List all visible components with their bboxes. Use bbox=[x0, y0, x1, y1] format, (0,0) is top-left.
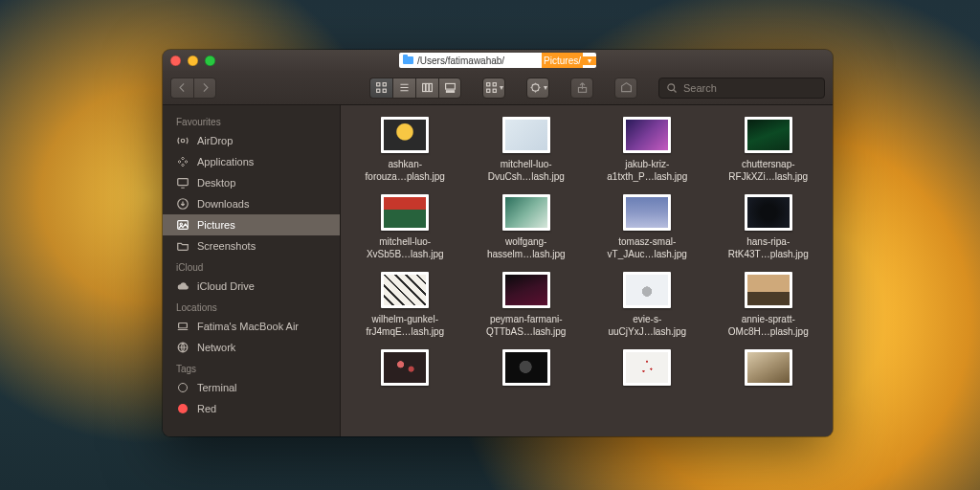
file-item[interactable]: chuttersnap-RFJkXZi…lash.jpg bbox=[708, 113, 830, 189]
folder-icon bbox=[176, 239, 189, 253]
thumbnail-icon bbox=[502, 117, 550, 153]
file-item[interactable] bbox=[587, 345, 708, 397]
file-label: mitchell-luo-DvuCsh…lash.jpg bbox=[488, 159, 565, 183]
search-field[interactable] bbox=[658, 78, 825, 99]
downloads-icon bbox=[176, 197, 189, 211]
finder-window: /Users/fatimawahab/ Pictures/ ▾ ▾ ▾ bbox=[163, 50, 833, 436]
sidebar-item-label: Fatima's MacBook Air bbox=[197, 321, 299, 332]
tags-button[interactable] bbox=[614, 78, 637, 99]
sidebar-item-label: Downloads bbox=[197, 198, 249, 210]
path-current: Pictures/ bbox=[542, 53, 583, 68]
file-label: annie-spratt-OMc8H…plash.jpg bbox=[728, 314, 809, 338]
svg-rect-8 bbox=[446, 91, 448, 93]
file-item[interactable]: ashkan-forouza…plash.jpg bbox=[345, 113, 466, 189]
sidebar-item-terminal[interactable]: Terminal bbox=[163, 377, 340, 398]
sidebar-item-downloads[interactable]: Downloads bbox=[163, 193, 340, 214]
sidebar-item-label: Screenshots bbox=[197, 240, 256, 252]
sidebar-item-label: Red bbox=[197, 403, 216, 414]
sidebar-item-applications[interactable]: Applications bbox=[163, 151, 340, 172]
pictures-icon bbox=[176, 218, 189, 232]
file-item[interactable]: wolfgang-hasselm…lash.jpg bbox=[466, 190, 588, 266]
view-columns-button[interactable] bbox=[415, 78, 438, 99]
file-item[interactable]: tomasz-smal-vT_JAuc…lash.jpg bbox=[587, 190, 708, 266]
window-controls bbox=[170, 56, 215, 66]
sidebar-item-airdrop[interactable]: AirDrop bbox=[163, 130, 340, 151]
content-area[interactable]: ashkan-forouza…plash.jpgmitchell-luo-Dvu… bbox=[341, 105, 833, 436]
file-item[interactable]: wilhelm-gunkel-frJ4mqE…lash.jpg bbox=[345, 268, 466, 344]
file-item[interactable]: evie-s-uuCjYxJ…lash.jpg bbox=[587, 268, 708, 344]
svg-rect-13 bbox=[486, 89, 489, 92]
folder-icon bbox=[399, 56, 416, 64]
sidebar-item-label: Pictures bbox=[197, 219, 235, 231]
close-icon[interactable] bbox=[170, 56, 181, 66]
desktop-icon bbox=[176, 176, 189, 189]
svg-rect-11 bbox=[486, 83, 489, 86]
view-icons-button[interactable] bbox=[369, 78, 392, 99]
thumbnail-icon bbox=[745, 194, 792, 231]
chevron-down-icon[interactable]: ▾ bbox=[583, 56, 596, 65]
svg-rect-10 bbox=[452, 91, 454, 93]
file-label: ashkan-forouza…plash.jpg bbox=[366, 159, 445, 183]
sidebar-item-icloud-drive[interactable]: iCloud Drive bbox=[163, 276, 340, 297]
file-label: hans-ripa-RtK43T…plash.jpg bbox=[728, 236, 809, 260]
group-by-button[interactable]: ▾ bbox=[482, 78, 505, 99]
path-bar[interactable]: /Users/fatimawahab/ Pictures/ ▾ bbox=[399, 53, 596, 68]
file-item[interactable]: mitchell-luo-DvuCsh…lash.jpg bbox=[466, 113, 588, 189]
sidebar-item-desktop[interactable]: Desktop bbox=[163, 172, 340, 193]
zoom-icon[interactable] bbox=[205, 56, 215, 66]
apps-icon bbox=[176, 155, 189, 168]
globe-icon bbox=[176, 341, 189, 354]
file-item[interactable] bbox=[708, 345, 830, 397]
thumbnail-icon bbox=[623, 194, 671, 231]
svg-rect-1 bbox=[383, 83, 386, 86]
thumbnail-icon bbox=[502, 272, 550, 308]
svg-rect-12 bbox=[493, 83, 496, 86]
file-item[interactable]: mitchell-luo-XvSb5B…lash.jpg bbox=[345, 190, 466, 266]
file-item[interactable]: peyman-farmani-QTTbAS…lash.jpg bbox=[466, 268, 588, 344]
titlebar: /Users/fatimawahab/ Pictures/ ▾ bbox=[163, 50, 833, 71]
svg-rect-4 bbox=[423, 83, 426, 91]
file-label: mitchell-luo-XvSb5B…lash.jpg bbox=[367, 236, 444, 260]
file-label: jakub-kriz-a1txth_P…lash.jpg bbox=[607, 159, 687, 183]
file-label: wilhelm-gunkel-frJ4mqE…lash.jpg bbox=[366, 314, 444, 338]
sidebar-item-label: iCloud Drive bbox=[197, 280, 255, 292]
thumbnail-icon bbox=[745, 117, 792, 153]
view-list-button[interactable] bbox=[392, 78, 415, 99]
sidebar-heading: Favourites bbox=[163, 111, 340, 130]
sidebar-heading: iCloud bbox=[163, 256, 340, 276]
svg-rect-19 bbox=[178, 179, 189, 186]
sidebar-item-red[interactable]: Red bbox=[163, 398, 340, 419]
file-item[interactable]: jakub-kriz-a1txth_P…lash.jpg bbox=[587, 113, 708, 189]
search-input[interactable] bbox=[683, 82, 817, 94]
file-item[interactable] bbox=[466, 345, 588, 397]
sidebar-item-screenshots[interactable]: Screenshots bbox=[163, 235, 340, 256]
toolbar: ▾ ▾ bbox=[163, 71, 833, 105]
thumbnail-icon bbox=[623, 349, 671, 386]
back-button[interactable] bbox=[170, 78, 193, 99]
file-label: wolfgang-hasselm…lash.jpg bbox=[487, 236, 566, 260]
thumbnail-icon bbox=[623, 272, 671, 308]
file-item[interactable]: hans-ripa-RtK43T…plash.jpg bbox=[708, 190, 830, 266]
sidebar-item-fatima-s-macbook-air[interactable]: Fatima's MacBook Air bbox=[163, 316, 340, 337]
forward-button[interactable] bbox=[193, 78, 216, 99]
search-icon bbox=[666, 82, 678, 94]
sidebar-item-network[interactable]: Network bbox=[163, 337, 340, 358]
thumbnail-icon bbox=[381, 272, 429, 308]
file-item[interactable]: annie-spratt-OMc8H…plash.jpg bbox=[708, 268, 830, 344]
tag-dot-icon bbox=[176, 381, 189, 394]
window-body: FavouritesAirDropApplicationsDesktopDown… bbox=[163, 105, 833, 436]
sidebar-item-label: AirDrop bbox=[197, 135, 233, 146]
action-menu-button[interactable]: ▾ bbox=[526, 78, 549, 99]
svg-rect-23 bbox=[179, 323, 188, 328]
minimize-icon[interactable] bbox=[188, 56, 198, 66]
svg-rect-14 bbox=[493, 89, 496, 92]
thumbnail-icon bbox=[745, 349, 792, 386]
sidebar-item-label: Network bbox=[197, 342, 235, 353]
sidebar-item-pictures[interactable]: Pictures bbox=[163, 214, 340, 235]
share-button[interactable] bbox=[570, 78, 593, 99]
view-gallery-button[interactable] bbox=[438, 78, 461, 99]
svg-point-17 bbox=[668, 83, 675, 90]
nav-buttons bbox=[170, 78, 216, 99]
tag-dot-icon bbox=[176, 402, 189, 415]
file-item[interactable] bbox=[345, 345, 466, 397]
